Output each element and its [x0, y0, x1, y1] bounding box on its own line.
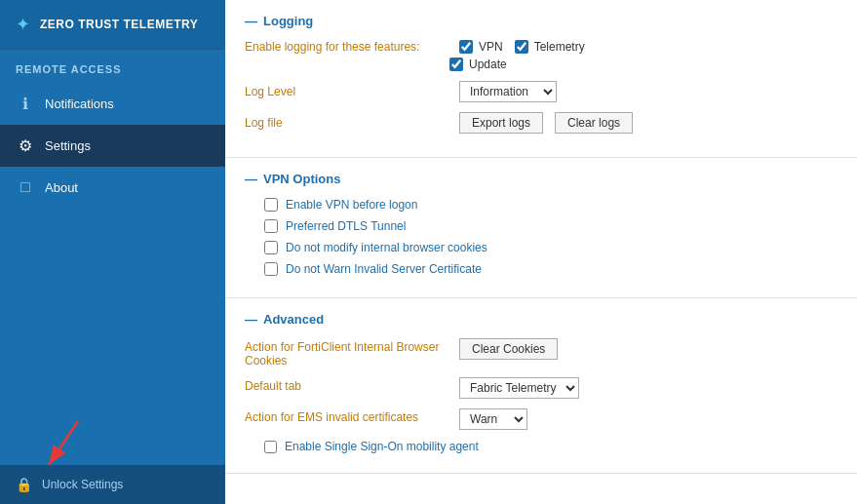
sidebar-item-settings[interactable]: ⚙ Settings	[0, 125, 225, 167]
vpn-checkbox-group: VPN	[459, 40, 503, 54]
notifications-icon: ℹ	[16, 95, 35, 113]
forticlient-cookies-label: Action for FortiClient Internal Browser …	[245, 338, 449, 368]
update-checkbox-group: Update	[449, 58, 507, 71]
sidebar-item-label-notifications: Notifications	[45, 97, 114, 111]
no-modify-cookies-checkbox[interactable]	[264, 241, 278, 254]
preferred-dtls-label: Preferred DTLS Tunnel	[286, 219, 406, 233]
logging-checkboxes: VPN Telemetry	[459, 40, 585, 54]
update-checkbox-row: Update	[245, 58, 838, 71]
sidebar-item-label-settings: Settings	[45, 138, 91, 153]
log-file-row: Log file Export logs Clear logs	[245, 112, 838, 134]
log-file-controls: Export logs Clear logs	[459, 112, 633, 134]
preferred-dtls-checkbox[interactable]	[264, 219, 278, 233]
ems-cert-row: Action for EMS invalid certificates Warn…	[245, 408, 838, 430]
log-level-label: Log Level	[245, 85, 449, 98]
sso-row: Enable Single Sign-On mobility agent	[245, 440, 838, 453]
telemetry-checkbox-label: Telemetry	[534, 40, 585, 54]
no-warn-cert-label: Do not Warn Invalid Server Certificate	[286, 262, 482, 276]
default-tab-label: Default tab	[245, 377, 449, 393]
svg-line-1	[49, 421, 78, 465]
default-tab-row: Default tab Fabric Telemetry VPN Remote …	[245, 377, 838, 399]
sidebar-item-label-about: About	[45, 180, 78, 195]
vpn-section-title: VPN Options	[245, 172, 838, 186]
update-logging-checkbox[interactable]	[449, 58, 463, 71]
no-modify-cookies-row: Do not modify internal browser cookies	[245, 241, 838, 254]
logging-section: Logging Enable logging for these feature…	[225, 0, 857, 158]
ems-cert-label: Action for EMS invalid certificates	[245, 408, 449, 424]
vpn-checkbox-label: VPN	[479, 40, 503, 54]
default-tab-controls: Fabric Telemetry VPN Remote Access	[459, 377, 579, 399]
telemetry-logging-checkbox[interactable]	[515, 40, 528, 54]
main-content: Logging Enable logging for these feature…	[225, 0, 857, 504]
vpn-options-section: VPN Options Enable VPN before logon Pref…	[225, 158, 857, 298]
log-level-row: Log Level Information Debug Warning Erro…	[245, 81, 838, 102]
clear-cookies-button[interactable]: Clear Cookies	[459, 338, 558, 360]
settings-icon: ⚙	[16, 136, 35, 155]
about-icon: □	[16, 178, 35, 196]
sidebar-item-about[interactable]: □ About	[0, 167, 225, 208]
update-checkbox-label: Update	[469, 58, 507, 71]
advanced-section: Advanced Action for FortiClient Internal…	[225, 298, 857, 474]
vpn-logging-checkbox[interactable]	[459, 40, 473, 54]
preferred-dtls-row: Preferred DTLS Tunnel	[245, 219, 838, 233]
lock-icon: 🔒	[16, 477, 32, 492]
zero-trust-icon: ✦	[16, 14, 30, 35]
enable-logging-label: Enable logging for these features:	[245, 40, 449, 54]
enable-logging-row: Enable logging for these features: VPN T…	[245, 40, 838, 54]
export-logs-button[interactable]: Export logs	[459, 112, 543, 134]
log-level-controls: Information Debug Warning Error	[459, 81, 557, 102]
default-tab-select[interactable]: Fabric Telemetry VPN Remote Access	[459, 377, 579, 399]
ems-cert-controls: Warn Block Allow	[459, 408, 527, 430]
sidebar-title: ZERO TRUST TELEMETRY	[40, 18, 198, 31]
remote-access-section-label: REMOTE ACCESS	[0, 50, 225, 83]
unlock-settings-label: Unlock Settings	[42, 478, 123, 491]
sidebar-item-notifications[interactable]: ℹ Notifications	[0, 83, 225, 125]
vpn-before-logon-label: Enable VPN before logon	[286, 198, 417, 212]
no-warn-cert-checkbox[interactable]	[264, 262, 278, 276]
ems-cert-select[interactable]: Warn Block Allow	[459, 408, 527, 430]
unlock-settings-button[interactable]: 🔒 Unlock Settings	[0, 465, 225, 504]
vpn-before-logon-checkbox[interactable]	[264, 198, 278, 212]
sso-checkbox[interactable]	[264, 441, 277, 453]
no-modify-cookies-label: Do not modify internal browser cookies	[286, 241, 487, 254]
forticlient-cookies-row: Action for FortiClient Internal Browser …	[245, 338, 838, 368]
logging-section-title: Logging	[245, 14, 838, 28]
vpn-before-logon-row: Enable VPN before logon	[245, 198, 838, 212]
telemetry-checkbox-group: Telemetry	[515, 40, 585, 54]
no-warn-cert-row: Do not Warn Invalid Server Certificate	[245, 262, 838, 276]
sso-label: Enable Single Sign-On mobility agent	[285, 440, 479, 453]
log-file-label: Log file	[245, 116, 449, 130]
log-level-select[interactable]: Information Debug Warning Error	[459, 81, 557, 102]
advanced-section-title: Advanced	[245, 312, 838, 327]
sidebar: ✦ ZERO TRUST TELEMETRY REMOTE ACCESS ℹ N…	[0, 0, 225, 504]
forticlient-cookies-controls: Clear Cookies	[459, 338, 558, 360]
sidebar-header: ✦ ZERO TRUST TELEMETRY	[0, 0, 225, 50]
clear-logs-button[interactable]: Clear logs	[555, 112, 633, 134]
